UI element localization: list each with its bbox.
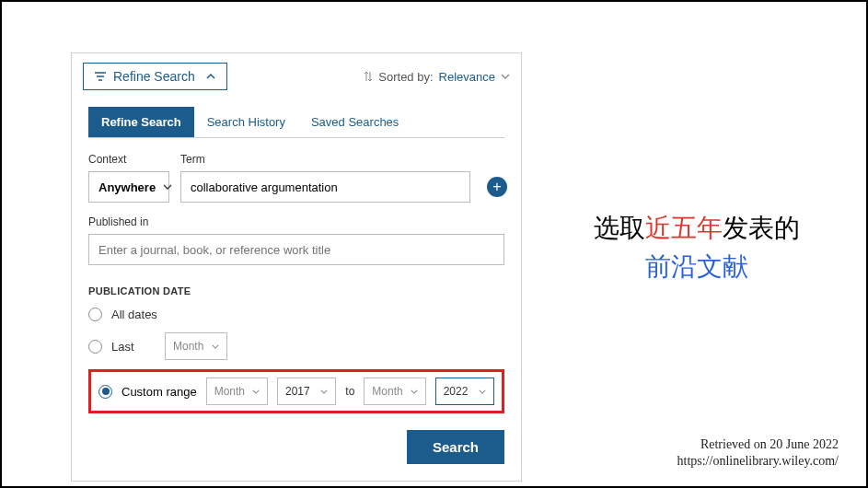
to-month-value: Month — [372, 385, 402, 398]
radio-last[interactable] — [88, 340, 102, 354]
from-month-select[interactable]: Month — [206, 378, 268, 405]
annotation-line-1: 选取近五年发表的 — [545, 209, 849, 248]
to-year-value: 2022 — [444, 385, 469, 398]
publication-date-title: PUBLICATION DATE — [88, 285, 504, 296]
context-select[interactable]: Anywhere — [88, 171, 169, 203]
context-field: Context Anywhere — [88, 153, 169, 203]
from-year-value: 2017 — [285, 385, 310, 398]
sort-control[interactable]: Sorted by: Relevance — [364, 70, 510, 84]
custom-range-label: Custom range — [122, 385, 197, 399]
last-label: Last — [111, 340, 156, 354]
refine-search-toggle[interactable]: Refine Search — [83, 63, 227, 90]
tab-saved-searches[interactable]: Saved Searches — [298, 107, 411, 137]
sorted-by-value: Relevance — [439, 70, 495, 84]
refine-search-label: Refine Search — [113, 69, 195, 84]
to-month-select[interactable]: Month — [364, 378, 425, 405]
annotation-1a: 选取 — [594, 214, 645, 242]
panel-header: Refine Search Sorted by: Relevance — [72, 53, 521, 99]
plus-icon: + — [492, 179, 501, 195]
retrieved-date: Retrieved on 20 June 2022 — [677, 436, 839, 453]
annotation-line-2: 前沿文献 — [545, 248, 849, 286]
sorted-by-label: Sorted by: — [378, 70, 433, 84]
from-month-value: Month — [214, 385, 245, 398]
context-label: Context — [88, 153, 169, 166]
tabs: Refine Search Search History Saved Searc… — [88, 107, 504, 138]
annotation-1b: 近五年 — [645, 214, 723, 242]
refine-search-panel: Refine Search Sorted by: Relevance Refin… — [71, 52, 522, 482]
last-unit-select[interactable]: Month — [165, 332, 227, 360]
radio-all-dates[interactable] — [88, 308, 102, 321]
last-option[interactable]: Last Month — [88, 332, 504, 360]
context-value: Anywhere — [98, 180, 156, 194]
add-term-button[interactable]: + — [487, 177, 507, 197]
annotation-1c: 发表的 — [723, 214, 800, 242]
all-dates-label: All dates — [111, 308, 157, 321]
tab-refine-search[interactable]: Refine Search — [88, 107, 194, 137]
term-field: Term — [180, 153, 470, 203]
chevron-down-icon — [163, 184, 172, 190]
radio-custom-range[interactable] — [98, 385, 112, 399]
search-button[interactable]: Search — [407, 430, 504, 464]
chevron-down-icon — [501, 74, 510, 79]
term-label: Term — [180, 153, 470, 166]
custom-range-highlight: Custom range Month 2017 to Month 2022 — [88, 369, 504, 413]
last-unit-value: Month — [173, 340, 203, 353]
annotation-text: 选取近五年发表的 前沿文献 — [545, 209, 849, 286]
to-label: to — [345, 385, 354, 398]
panel-body: Refine Search Search History Saved Searc… — [72, 107, 521, 481]
term-input[interactable] — [180, 171, 470, 203]
from-year-select[interactable]: 2017 — [277, 378, 336, 405]
chevron-up-icon — [206, 74, 215, 79]
footer-citation: Retrieved on 20 June 2022 https://online… — [677, 436, 839, 470]
published-in-label: Published in — [88, 215, 504, 228]
source-url: https://onlinelibrary.wiley.com/ — [677, 453, 839, 470]
tab-search-history[interactable]: Search History — [194, 107, 298, 137]
published-in-input[interactable] — [88, 234, 504, 265]
filter-icon — [95, 72, 106, 81]
context-term-row: Context Anywhere Term + — [88, 153, 504, 203]
all-dates-option[interactable]: All dates — [88, 308, 504, 321]
sort-icon — [364, 71, 373, 82]
to-year-select[interactable]: 2022 — [435, 378, 494, 405]
